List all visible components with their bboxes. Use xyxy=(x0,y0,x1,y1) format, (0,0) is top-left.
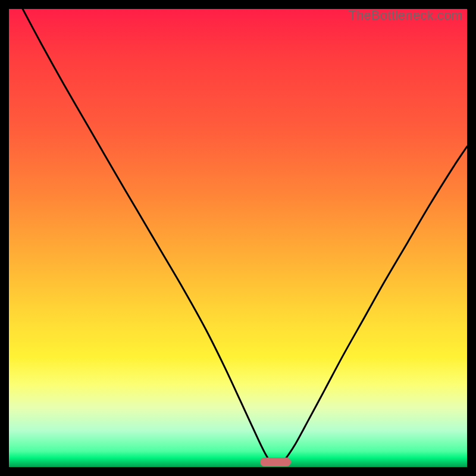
chart-frame: TheBottleneck.com xyxy=(0,0,476,476)
plot-area: TheBottleneck.com xyxy=(9,9,467,467)
sweet-spot-marker xyxy=(260,458,291,466)
bottleneck-curve xyxy=(9,9,467,467)
